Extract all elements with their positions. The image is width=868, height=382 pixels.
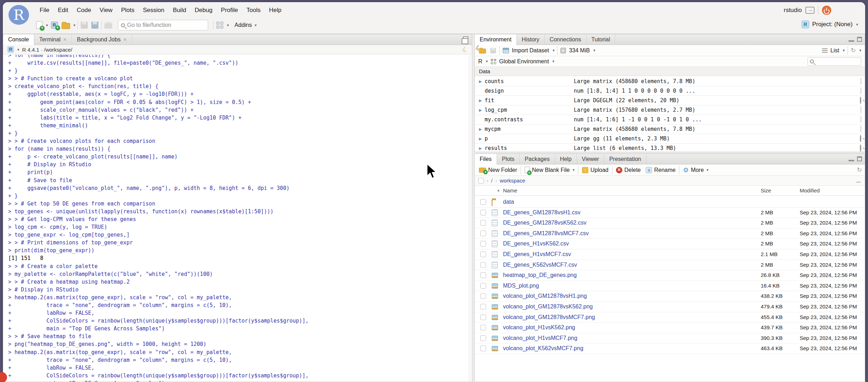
file-name-link[interactable]: volcano_plot_K562vsMCF7.png <box>503 345 583 352</box>
file-checkbox[interactable] <box>480 241 486 247</box>
environment-object-row[interactable]: ▶resultsLarge list (6 elements, 13.3 MB) <box>475 144 865 152</box>
view-table-icon[interactable] <box>861 88 861 94</box>
new-file-button[interactable]: + <box>35 20 43 30</box>
more-dropdown-icon[interactable]: ▾ <box>707 168 709 172</box>
power-button-icon[interactable] <box>822 6 831 15</box>
file-name-link[interactable]: DE_genes_GM12878vsK562.csv <box>503 220 587 226</box>
view-table-icon[interactable] <box>861 126 861 132</box>
environment-object-row[interactable]: designnum [1:8, 1:4] 1 1 0 0 0 0 0 0 0 0… <box>475 86 865 96</box>
file-name-link[interactable]: volcano_plot_GM12878vsH1.png <box>503 293 587 299</box>
file-row[interactable]: volcano_plot_GM12878vsH1.png438.2 KBSep … <box>475 291 865 302</box>
file-name-link[interactable]: volcano_plot_GM12878vsK562.png <box>503 303 593 310</box>
tab-background-jobs[interactable]: Background Jobs✕ <box>72 34 132 45</box>
inspect-object-icon[interactable] <box>860 97 861 104</box>
r-version-dropdown-icon[interactable]: ▾ <box>17 47 19 52</box>
select-all-checkbox[interactable] <box>478 178 484 184</box>
language-dropdown-icon[interactable]: ▾ <box>486 59 488 64</box>
tab-viewer[interactable]: Viewer <box>577 154 605 164</box>
menu-item-view[interactable]: View <box>95 5 117 15</box>
file-checkbox[interactable] <box>480 220 486 226</box>
delete-button[interactable]: ✕ Delete <box>615 167 642 173</box>
language-selector[interactable]: R <box>478 58 482 65</box>
file-row[interactable]: volcano_plot_GM12878vsMCF7.png455.4 KBSe… <box>475 312 865 323</box>
file-checkbox[interactable] <box>480 283 486 289</box>
expand-arrow-icon[interactable]: ▶ <box>479 127 485 132</box>
environment-object-row[interactable]: my.contrastsnum [1:4, 1:6] 1 -1 0 0 1 0 … <box>475 115 865 125</box>
minimize-pane-icon[interactable] <box>849 157 854 161</box>
file-checkbox[interactable] <box>480 314 486 320</box>
file-name-link[interactable]: DE_genes_H1vsK562.csv <box>503 241 569 247</box>
clear-environment-icon[interactable] <box>598 48 604 53</box>
sign-out-icon[interactable] <box>805 7 815 14</box>
minimize-pane-icon[interactable] <box>849 37 854 42</box>
memory-usage-label[interactable]: 334 MiB <box>569 47 590 54</box>
file-row[interactable]: MDS_plot.png16.4 KBSep 23, 2024, 12:56 P… <box>475 281 865 291</box>
refresh-icon[interactable]: ↻ <box>851 47 856 53</box>
expand-arrow-icon[interactable]: ▶ <box>479 137 485 141</box>
maximize-pane-icon[interactable] <box>857 37 862 42</box>
file-row[interactable]: heatmap_top_DE_genes.png26.8 KBSep 23, 2… <box>475 270 865 281</box>
addins-button[interactable]: Addins <box>235 22 252 28</box>
file-checkbox[interactable] <box>480 231 486 236</box>
menu-item-edit[interactable]: Edit <box>53 5 72 15</box>
save-button[interactable] <box>80 20 88 30</box>
expand-arrow-icon[interactable]: ▶ <box>479 108 485 112</box>
tab-tutorial[interactable]: Tutorial <box>587 34 616 45</box>
tab-plots[interactable]: Plots <box>497 154 520 164</box>
upload-button[interactable]: ↑ Upload <box>581 167 610 173</box>
breadcrumb-workspace[interactable]: workspace <box>500 178 525 184</box>
file-row[interactable]: DE_genes_K562vsMCF7.csv2 MBSep 23, 2024,… <box>475 260 865 271</box>
file-checkbox[interactable] <box>480 346 486 351</box>
pane-layout-dropdown-icon[interactable]: ▾ <box>227 23 229 28</box>
menu-item-plots[interactable]: Plots <box>117 5 139 15</box>
load-workspace-icon[interactable] <box>479 49 486 54</box>
file-name-link[interactable]: volcano_plot_H1vsK562.png <box>503 324 575 331</box>
file-name-link[interactable]: MDS_plot.png <box>503 283 539 289</box>
console-output-area[interactable]: > for (name in names(results)) {+ write.… <box>3 55 472 382</box>
new-blank-file-dropdown-icon[interactable]: ▾ <box>573 168 575 172</box>
tab-connections[interactable]: Connections <box>545 34 587 45</box>
file-row[interactable]: DE_genes_H1vsMCF7.csv2.1 MBSep 23, 2024,… <box>475 249 865 260</box>
more-button[interactable]: ⚙ More ▾ <box>681 167 710 173</box>
file-row[interactable]: DE_genes_GM12878vsMCF7.csv2 MBSep 23, 20… <box>475 228 865 239</box>
import-dataset-dropdown-icon[interactable]: ▾ <box>553 48 555 53</box>
menu-item-debug[interactable]: Debug <box>190 5 217 15</box>
open-file-button[interactable] <box>61 20 71 30</box>
menu-item-file[interactable]: File <box>35 5 53 15</box>
file-checkbox[interactable] <box>480 262 486 268</box>
list-view-button[interactable]: List <box>830 47 839 54</box>
save-all-button[interactable] <box>91 20 99 30</box>
view-table-icon[interactable] <box>861 107 861 113</box>
pane-layout-button[interactable] <box>216 20 224 30</box>
expand-arrow-icon[interactable]: ▶ <box>479 79 485 84</box>
import-dataset-button[interactable]: Import Dataset <box>512 47 549 54</box>
menu-item-build[interactable]: Build <box>169 5 190 15</box>
close-icon[interactable]: ✕ <box>123 37 127 42</box>
tab-packages[interactable]: Packages <box>520 154 555 164</box>
tab-presentation[interactable]: Presentation <box>604 154 646 164</box>
project-dropdown-icon[interactable]: ▾ <box>856 22 858 27</box>
new-blank-file-button[interactable]: New Blank File ▾ <box>523 167 576 173</box>
new-project-button[interactable]: R+ <box>50 20 59 30</box>
file-row[interactable]: volcano_plot_H1vsMCF7.png390.3 KBSep 23,… <box>475 333 865 344</box>
tab-terminal[interactable]: Terminal✕ <box>34 34 72 45</box>
refresh-dropdown-icon[interactable]: ▾ <box>859 48 861 53</box>
menu-item-help[interactable]: Help <box>265 5 286 15</box>
project-selector[interactable]: Project: (None) <box>812 21 852 28</box>
open-recent-dropdown-icon[interactable]: ▾ <box>74 23 76 28</box>
file-name-link[interactable]: DE_genes_H1vsMCF7.csv <box>503 251 571 257</box>
maximize-pane-icon[interactable] <box>857 156 862 161</box>
file-name-link[interactable]: volcano_plot_GM12878vsMCF7.png <box>503 314 595 320</box>
environment-object-row[interactable]: ▶countsLarge matrix (458680 elements, 7.… <box>475 77 865 86</box>
file-checkbox[interactable] <box>480 325 486 330</box>
menu-item-session[interactable]: Session <box>139 5 169 15</box>
environment-object-row[interactable]: ▶log_cpmLarge matrix (157680 elements, 2… <box>475 105 865 115</box>
list-view-dropdown-icon[interactable]: ▾ <box>843 48 845 53</box>
memory-dropdown-icon[interactable]: ▾ <box>593 48 595 53</box>
file-name-link[interactable]: DE_genes_K562vsMCF7.csv <box>503 262 577 268</box>
file-row[interactable]: volcano_plot_H1vsK562.png439.7 KBSep 23,… <box>475 323 865 333</box>
environment-dropdown-icon[interactable]: ▾ <box>553 59 555 64</box>
close-icon[interactable]: ✕ <box>63 37 67 42</box>
print-button[interactable] <box>104 20 113 30</box>
inspect-object-icon[interactable] <box>860 145 861 151</box>
